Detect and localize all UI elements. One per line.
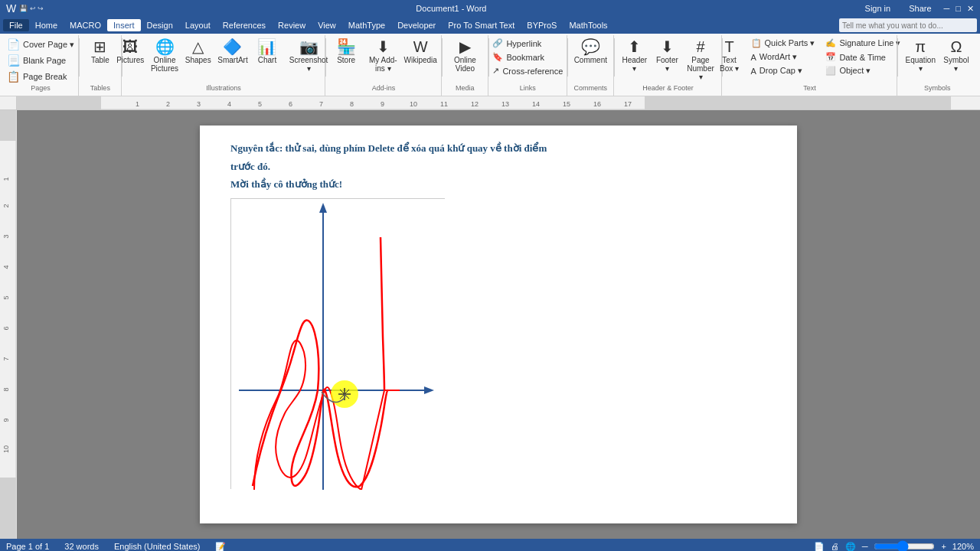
page-break-button[interactable]: 📋 Page Break (2, 69, 71, 84)
svg-text:7: 7 (2, 357, 10, 360)
signature-line-button[interactable]: ✍Signature Line ▾ (821, 37, 905, 50)
shapes-button[interactable]: △ Shapes (182, 37, 214, 67)
menu-bar: File Home MACRO Insert Design Layout Ref… (0, 17, 980, 34)
page-number-button[interactable]: # PageNumber ▾ (684, 37, 717, 83)
svg-rect-3 (645, 96, 951, 109)
document-page: Nguyên tắc: thử sai, dùng phím Delete để… (200, 126, 797, 523)
ribbon-group-pages: 📄 Cover Page ▾ 📃 Blank Page 📋 Page Break… (3, 35, 79, 96)
header-footer-group-label: Header & Footer (642, 84, 694, 94)
svg-text:4: 4 (2, 265, 10, 269)
comment-button[interactable]: 💬 Comment (571, 37, 610, 67)
my-addins-button[interactable]: ⬇ My Add-ins ▾ (363, 37, 403, 75)
zoom-out-button[interactable]: ─ (862, 542, 868, 551)
document-scroll-area[interactable]: Nguyên tắc: thử sai, dùng phím Delete để… (17, 110, 980, 539)
ribbon-group-comments: 💬 Comment Comments (568, 35, 614, 96)
menu-review[interactable]: Review (272, 19, 312, 31)
svg-text:3: 3 (197, 100, 201, 108)
zoom-in-button[interactable]: + (941, 542, 946, 551)
symbols-group-label: Symbols (924, 84, 951, 94)
svg-text:8: 8 (350, 100, 354, 108)
wordart-button[interactable]: AWordArt ▾ (746, 51, 820, 64)
date-time-button[interactable]: 📅Date & Time (821, 51, 905, 64)
menu-file[interactable]: File (3, 19, 29, 31)
search-input[interactable] (839, 18, 977, 32)
vertical-ruler: 1 2 3 4 5 6 7 8 9 10 (0, 110, 17, 539)
pictures-button[interactable]: 🖼 Pictures (114, 37, 147, 67)
view-web-icon[interactable]: 🌐 (845, 542, 856, 552)
chart-button[interactable]: 📊 Chart (252, 37, 283, 67)
ribbon: 📄 Cover Page ▾ 📃 Blank Page 📋 Page Break… (0, 34, 980, 96)
math-chart (230, 198, 445, 489)
hyperlink-button[interactable]: 🔗Hyperlink (488, 37, 567, 50)
menu-developer[interactable]: Developer (391, 19, 442, 31)
menu-mathtype[interactable]: MathType (342, 19, 391, 31)
svg-text:14: 14 (532, 100, 540, 108)
text-box-button[interactable]: T TextBox ▾ (714, 37, 745, 75)
menu-references[interactable]: References (217, 19, 272, 31)
blank-page-button[interactable]: 📃 Blank Page (2, 53, 70, 68)
menu-macro[interactable]: MACRO (64, 19, 107, 31)
text-group-label: Text (803, 84, 816, 94)
menu-insert[interactable]: Insert (107, 19, 141, 31)
maximize-button[interactable]: □ (956, 4, 961, 13)
drop-cap-button[interactable]: ADrop Cap ▾ (746, 64, 820, 77)
menu-layout[interactable]: Layout (179, 19, 217, 31)
menu-mathtools[interactable]: MathTools (563, 19, 613, 31)
menu-home[interactable]: Home (29, 19, 64, 31)
svg-rect-24 (0, 478, 16, 539)
comments-group-label: Comments (574, 84, 608, 94)
bookmark-button[interactable]: 🔖Bookmark (488, 51, 567, 64)
cross-reference-button[interactable]: ↗Cross-reference (488, 64, 567, 77)
smartart-button[interactable]: 🔷 SmartArt (215, 37, 250, 67)
ribbon-group-symbols: π Equation ▾ Ω Symbol ▾ Symbols (898, 35, 977, 96)
menu-design[interactable]: Design (141, 19, 179, 31)
svg-text:1: 1 (136, 100, 139, 108)
zoom-slider[interactable] (874, 540, 935, 551)
addins-group-label: Add-ins (372, 84, 396, 94)
proofing-icon[interactable]: 📝 (215, 542, 226, 552)
menu-bypos[interactable]: BYProS (521, 19, 563, 31)
media-group-label: Media (456, 84, 475, 94)
svg-text:9: 9 (381, 100, 384, 108)
ribbon-group-links: 🔗Hyperlink 🔖Bookmark ↗Cross-reference Li… (489, 35, 567, 96)
header-button[interactable]: ⬆ Header ▾ (619, 37, 650, 75)
svg-text:8: 8 (2, 387, 10, 391)
svg-text:10: 10 (2, 445, 10, 453)
wikipedia-button[interactable]: W Wikipedia (404, 37, 436, 67)
cover-page-button[interactable]: 📄 Cover Page ▾ (2, 37, 79, 52)
table-button[interactable]: ⊞ Table (85, 37, 116, 67)
svg-text:3: 3 (2, 234, 10, 238)
view-normal-icon[interactable]: 📄 (814, 542, 825, 552)
menu-view[interactable]: View (312, 19, 342, 31)
close-button[interactable]: ✕ (967, 4, 974, 14)
horizontal-ruler-area: 1 2 3 4 5 6 7 8 9 10 11 12 13 14 15 16 1… (0, 96, 980, 110)
quick-parts-button[interactable]: 📋Quick Parts ▾ (746, 37, 820, 50)
equation-button[interactable]: π Equation ▾ (903, 37, 939, 75)
menu-pro-smart[interactable]: Pro To Smart Text (442, 19, 521, 31)
svg-text:2: 2 (166, 100, 170, 108)
view-print-icon[interactable]: 🖨 (831, 542, 839, 551)
svg-text:9: 9 (2, 418, 10, 422)
status-bar: Page 1 of 1 32 words English (United Sta… (0, 539, 980, 551)
title-bar: W 💾 ↩ ↪ Document1 - Word Sign in Share ─… (0, 0, 980, 17)
svg-text:10: 10 (410, 100, 417, 108)
pages-group-label: Pages (31, 84, 51, 94)
sign-in-button[interactable]: Sign in (859, 2, 897, 15)
symbol-button[interactable]: Ω Symbol ▾ (940, 37, 972, 75)
store-button[interactable]: 🏪 Store (331, 37, 361, 67)
svg-text:6: 6 (2, 326, 10, 330)
share-button[interactable]: Share (903, 2, 937, 15)
ribbon-group-media: ▶ OnlineVideo Media (443, 35, 488, 96)
ribbon-group-illustrations: 🖼 Pictures 🌐 OnlinePictures △ Shapes 🔷 S… (122, 35, 325, 96)
footer-button[interactable]: ⬇ Footer ▾ (652, 37, 682, 75)
document-line2: trước đó. (230, 159, 766, 174)
object-button[interactable]: ⬜Object ▾ (821, 64, 905, 77)
svg-text:11: 11 (440, 100, 448, 108)
zoom-level: 120% (952, 542, 974, 551)
svg-rect-21 (0, 110, 17, 539)
minimize-button[interactable]: ─ (944, 4, 950, 13)
online-video-button[interactable]: ▶ OnlineVideo (449, 37, 480, 75)
ribbon-group-text: T TextBox ▾ 📋Quick Parts ▾ AWordArt ▾ AD… (723, 35, 897, 96)
online-pictures-button[interactable]: 🌐 OnlinePictures (149, 37, 181, 75)
svg-text:2: 2 (2, 204, 10, 207)
